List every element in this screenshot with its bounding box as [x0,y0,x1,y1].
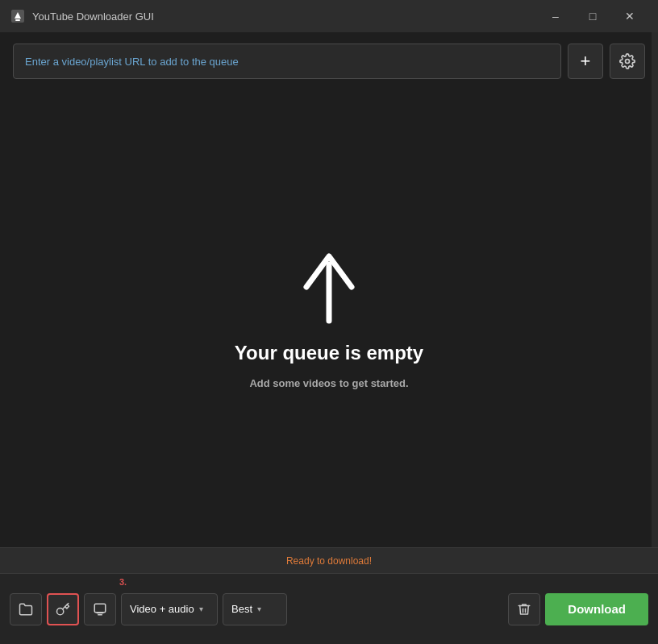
minimize-button[interactable]: – [537,3,574,29]
add-button[interactable]: + [568,44,603,79]
subtitle-button[interactable] [84,593,116,625]
quality-label: Best [231,603,252,615]
folder-button[interactable] [10,593,42,625]
upload-arrow-icon [297,248,361,329]
format-select[interactable]: Video + audio ▾ [121,593,218,625]
app-title: YouTube Downloader GUI [32,10,154,23]
app-icon [10,8,26,24]
settings-button[interactable] [610,44,645,79]
status-bar: Ready to download! [0,548,658,574]
quality-select[interactable]: Best ▾ [223,593,287,625]
svg-rect-2 [15,19,20,21]
format-label: Video + audio [130,603,194,615]
step-label: 3. [119,577,127,587]
svg-rect-6 [94,604,106,613]
empty-queue-title: Your queue is empty [235,342,423,364]
bottom-bar: Ready to download! 3. [0,547,658,644]
url-bar-area: + [0,32,658,90]
controls-row: 3. Video + audio ▾ [0,574,658,644]
key-button[interactable] [47,593,79,625]
empty-queue-subtitle: Add some videos to get started. [249,377,408,389]
maximize-button[interactable]: □ [574,3,611,29]
download-button[interactable]: Download [545,593,648,625]
close-button[interactable]: ✕ [611,3,648,29]
title-bar-left: YouTube Downloader GUI [10,8,154,24]
status-text: Ready to download! [286,555,372,567]
delete-button[interactable] [508,593,540,625]
url-input[interactable] [13,44,561,79]
title-bar-controls: – □ ✕ [537,3,648,29]
title-bar: YouTube Downloader GUI – □ ✕ [0,0,658,32]
quality-chevron-icon: ▾ [257,605,261,613]
svg-point-3 [626,60,630,64]
empty-queue-area: Your queue is empty Add some videos to g… [0,90,658,547]
format-chevron-icon: ▾ [199,605,203,613]
scrollbar[interactable] [652,32,658,547]
main-content: + Your queue is empty Add some videos to… [0,32,658,547]
